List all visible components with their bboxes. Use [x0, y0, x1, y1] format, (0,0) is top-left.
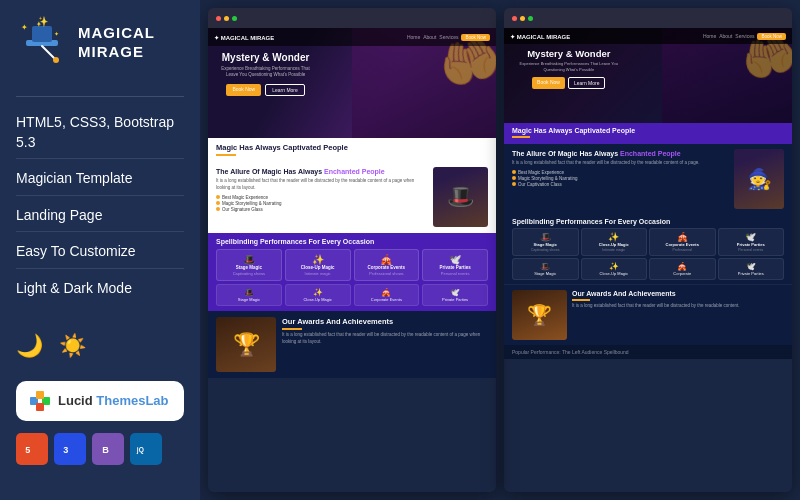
svg-text:B: B — [102, 445, 109, 455]
hero-cta-book[interactable]: Book Now — [226, 84, 261, 96]
preview-hero-text: Mystery & Wonder Experience Breathtaking… — [208, 48, 323, 100]
services-grid: 🎩 Stage Magic Captivating shows ✨ Close-… — [216, 249, 488, 281]
svg-rect-1 — [32, 26, 52, 42]
logo-area: ✦ ✦ ✨ MAGICAL MIRAGE — [16, 16, 184, 68]
svg-text:✨: ✨ — [36, 16, 49, 28]
svg-text:5: 5 — [25, 445, 30, 455]
feature-landing-page: Landing Page — [16, 200, 184, 233]
service-card-1: 🎩 Stage Magic Captivating shows — [216, 249, 282, 281]
preview-hero-2: 🤲 ✦ MAGICAL MIRAGE Home About Services B… — [504, 28, 792, 123]
brand-badge-text: Lucid ThemesLab — [58, 393, 169, 408]
logo-text: MAGICAL MIRAGE — [78, 23, 155, 62]
hero-cta-learn[interactable]: Learn More — [265, 84, 305, 96]
svg-rect-9 — [36, 391, 44, 399]
browser-dot-red-2 — [512, 16, 517, 21]
browser-dot-red — [216, 16, 221, 21]
browser-bar-1 — [208, 8, 496, 28]
service-card-2: ✨ Close-Up Magic Intimate magic — [285, 249, 351, 281]
preview-magician-img: 🎩 — [433, 167, 488, 227]
preview-scroll-1: 🤲 ✦ MAGICAL MIRAGE Home About Services B… — [208, 28, 496, 492]
service-icon-1: 🎩 — [220, 254, 278, 265]
awards-img: 🏆 — [216, 317, 276, 372]
features-list: HTML5, CSS3, Bootstrap 5.3 Magician Temp… — [16, 107, 184, 305]
service-icon-4: 🕊️ — [426, 254, 484, 265]
preview-footer-band: Popular Performance: The Left Audience S… — [504, 345, 792, 359]
preview-awards-dark: 🏆 Our Awards And Achievements It is a lo… — [504, 284, 792, 345]
html5-badge: 5 — [16, 433, 48, 465]
preview-services-dark: Spellbinding Performances For Every Occa… — [504, 214, 792, 284]
right-panel: 🤲 ✦ MAGICAL MIRAGE Home About Services B… — [200, 0, 800, 500]
svg-text:✦: ✦ — [54, 31, 59, 37]
browser-dot-yellow — [224, 16, 229, 21]
bootstrap-badge: B — [92, 433, 124, 465]
svg-rect-10 — [36, 403, 44, 411]
css3-badge: 3 — [54, 433, 86, 465]
preview-awards: 🏆 Our Awards And Achievements It is a lo… — [208, 311, 496, 378]
service-icon-3: 🎪 — [358, 254, 416, 265]
svg-text:3: 3 — [63, 445, 68, 455]
light-mode-icon[interactable]: ☀️ — [59, 333, 86, 359]
awards-underline — [282, 328, 302, 330]
preview-nav-1: ✦ MAGICAL MIRAGE Home About Services Boo… — [208, 28, 496, 46]
feature-magician-template: Magician Template — [16, 163, 184, 196]
left-panel: ✦ ✦ ✨ MAGICAL MIRAGE HTML5, CSS3, Bootst… — [0, 0, 200, 500]
svg-text:jQ: jQ — [136, 445, 144, 453]
service-card-4: 🕊️ Private Parties Personal events — [422, 249, 488, 281]
service-card-3: 🎪 Corporate Events Professional shows — [354, 249, 420, 281]
theme-toggles: 🌙 ☀️ — [16, 325, 184, 367]
preview-column-1: 🤲 ✦ MAGICAL MIRAGE Home About Services B… — [208, 8, 496, 492]
service-icon-2: ✨ — [289, 254, 347, 265]
preview-bullets: Best Magic Experience Magic Storytelling… — [216, 195, 427, 212]
logo-icon: ✦ ✦ ✨ — [16, 16, 68, 68]
preview-services-section: Spellbinding Performances For Every Occa… — [208, 233, 496, 311]
preview-section-magic: Magic Has Always Captivated People — [208, 138, 496, 163]
browser-dot-green-2 — [528, 16, 533, 21]
svg-text:✦: ✦ — [21, 23, 28, 32]
services-grid-row2: 🎩 Stage Magic ✨ Close-Up Magic 🎪 Corpora… — [216, 284, 488, 306]
preview-purple-band: Magic Has Always Captivated People — [504, 123, 792, 144]
preview-enchanted-dark: The Allure Of Magic Has Always Enchanted… — [504, 144, 792, 214]
browser-dot-yellow-2 — [520, 16, 525, 21]
preview-nav-logo: ✦ MAGICAL MIRAGE — [214, 34, 274, 41]
divider — [16, 96, 184, 97]
dark-mode-icon[interactable]: 🌙 — [16, 333, 43, 359]
tech-badges: 5 3 B jQ — [16, 433, 184, 465]
feature-dark-light-mode: Light & Dark Mode — [16, 273, 184, 305]
preview-column-2: 🤲 ✦ MAGICAL MIRAGE Home About Services B… — [504, 8, 792, 492]
feature-html5-css3: HTML5, CSS3, Bootstrap 5.3 — [16, 107, 184, 159]
preview-two-col: The Allure Of Magic Has Always Enchanted… — [208, 163, 496, 233]
hero-section-1: 🤲 ✦ MAGICAL MIRAGE Home About Services B… — [208, 28, 496, 138]
browser-bar-2 — [504, 8, 792, 28]
preview-scroll-2: 🤲 ✦ MAGICAL MIRAGE Home About Services B… — [504, 28, 792, 492]
svg-point-5 — [53, 57, 59, 63]
brand-logo-icon — [28, 389, 52, 413]
jquery-badge: jQ — [130, 433, 162, 465]
section-underline — [216, 154, 236, 156]
brand-badge: Lucid ThemesLab — [16, 381, 184, 421]
browser-dot-green — [232, 16, 237, 21]
feature-easy-customize: Easy To Customize — [16, 236, 184, 269]
